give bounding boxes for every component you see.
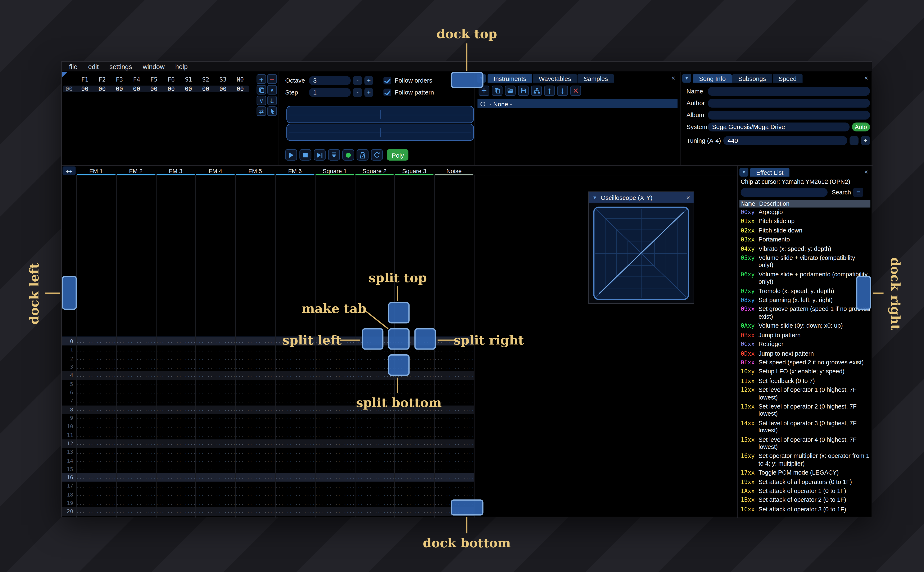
tab-effect-list[interactable]: Effect List [750,168,790,177]
pattern-cell[interactable]: ... .. .. .... [434,347,474,353]
pattern-cell[interactable]: ... .. .. .... [394,492,434,497]
effect-row[interactable]: 02xxPitch slide down [739,227,872,236]
effect-row[interactable]: 0DxxJump to next pattern [739,349,872,359]
pattern-cell[interactable]: ... .. .. .... [195,466,235,472]
octave-increase-button[interactable]: + [364,76,373,85]
pattern-cell[interactable]: ... .. .. .... [156,356,195,361]
pattern-cell[interactable]: ... .. .. .... [315,483,355,489]
menu-item-edit[interactable]: edit [83,63,104,70]
pattern-cell[interactable]: ... .. .. .... [156,449,195,455]
pattern-cell[interactable]: ... .. .. .... [394,441,434,446]
effect-row[interactable]: 09xxSet groove pattern (speed 1 if no gr… [739,305,872,322]
instrument-list-item[interactable]: - None - [477,99,678,108]
pattern-cell[interactable]: ... .. .. .... [355,390,394,395]
follow-orders-checkbox[interactable] [383,76,391,84]
pattern-cell[interactable]: ... .. .. .... [394,424,434,429]
dock-target-bottom[interactable] [451,499,483,516]
pattern-cell[interactable]: ... .. .. .... [394,390,434,395]
pattern-cell[interactable]: ... .. .. .... [195,492,235,497]
effect-row[interactable]: 0CxxRetrigger [739,340,872,349]
repeat-pattern-button[interactable] [371,149,383,160]
pattern-cell[interactable]: ... .. .. .... [195,381,235,387]
poly-button[interactable]: Poly [387,149,409,160]
pattern-cell[interactable]: ... .. .. .... [195,500,235,506]
pattern-cell[interactable]: ... .. .. .... [76,356,116,361]
pattern-cell[interactable]: ... .. .. .... [235,373,275,378]
pattern-cell[interactable]: ... .. .. .... [235,398,275,404]
pattern-cell[interactable]: ... .. .. .... [235,407,275,412]
pattern-cell[interactable]: ... .. .. .... [355,466,394,472]
pattern-cell[interactable]: ... .. .. .... [156,407,195,412]
delete-instrument-button[interactable]: × [570,86,581,96]
pattern-cell[interactable]: ... .. .. .... [315,475,355,480]
channel-header-fm-4[interactable]: FM 4 [195,166,235,176]
pattern-cell[interactable]: ... .. .. .... [76,381,116,387]
play-pattern-button[interactable] [314,149,326,160]
move-instrument-up-button[interactable]: ↑ [544,86,555,96]
octave-decrease-button[interactable]: - [353,76,362,85]
pattern-cell[interactable]: ... .. .. .... [275,458,315,463]
effect-row[interactable]: 1AxxSet attack of operator 1 (0 to 1F) [739,487,872,496]
pattern-cell[interactable]: ... .. .. .... [275,466,315,472]
system-input[interactable]: Sega Genesis/Mega Drive [708,122,849,131]
effect-row[interactable]: 10xySetup LFO (x: enable; y: speed) [739,368,872,377]
dock-target-right[interactable] [856,276,871,310]
pattern-cell[interactable]: ... .. .. .... [275,483,315,489]
order-cell[interactable]: 00 [232,86,249,92]
pattern-cell[interactable]: ... .. .. .... [355,518,394,518]
effect-row[interactable]: 17xxToggle PCM mode (LEGACY) [739,469,872,478]
pattern-cell[interactable]: ... .. .. .... [315,347,355,353]
oscilloscope-window-titlebar[interactable]: ▼ Oscilloscope (X-Y) × [589,192,693,203]
pattern-cell[interactable]: ... .. .. .... [156,373,195,378]
step-decrease-button[interactable]: - [353,88,362,97]
pattern-cell[interactable]: ... .. .. .... [235,500,275,506]
effect-row[interactable]: 0BxxJump to pattern [739,331,872,340]
menu-item-help[interactable]: help [170,63,193,70]
effect-search-input[interactable] [741,188,827,197]
pattern-cell[interactable]: ... .. .. .... [315,364,355,370]
pattern-cell[interactable]: ... .. .. .... [116,518,156,518]
pattern-cell[interactable]: ... .. .. .... [315,509,355,514]
pattern-cell[interactable]: ... .. .. .... [275,500,315,506]
pattern-cell[interactable]: ... .. .. .... [315,373,355,378]
name-input[interactable] [708,87,870,96]
pattern-cell[interactable]: ... .. .. .... [275,518,315,518]
pattern-cell[interactable]: ... .. .. .... [315,518,355,518]
pattern-cell[interactable]: ... .. .. .... [156,347,195,353]
pattern-cell[interactable]: ... .. .. .... [116,441,156,446]
effect-row[interactable]: 06xyVolume slide + portamento (compatibi… [739,270,872,287]
effect-row[interactable]: 16xySet operator multiplier (x: operator… [739,452,872,469]
tab-instruments[interactable]: Instruments [488,74,532,83]
pattern-cell[interactable]: ... .. .. .... [116,356,156,361]
pattern-cell[interactable]: ... .. .. .... [355,483,394,489]
split-target-top[interactable] [388,302,410,323]
pattern-cell[interactable]: ... .. .. .... [434,373,474,378]
pattern-cell[interactable]: ... .. .. .... [116,466,156,472]
pattern-cell[interactable]: ... .. .. .... [394,500,434,506]
pattern-cell[interactable]: ... .. .. .... [195,398,235,404]
pattern-cell[interactable]: ... .. .. .... [76,458,116,463]
close-icon[interactable]: × [686,194,690,201]
pattern-cell[interactable]: ... .. .. .... [275,509,315,514]
channel-header-square-1[interactable]: Square 1 [315,166,355,176]
pattern-cell[interactable]: ... .. .. .... [195,339,235,344]
effect-row[interactable]: 14xxSet level of operator 3 (0 highest, … [739,419,872,435]
effect-row[interactable]: 00xyArpeggio [739,208,872,217]
menu-item-settings[interactable]: settings [104,63,137,70]
step-one-row-button[interactable] [328,149,340,160]
make-tab-target[interactable] [388,328,410,350]
pattern-cell[interactable]: ... .. .. .... [195,347,235,353]
split-target-bottom[interactable] [388,354,410,376]
pattern-cell[interactable]: ... .. .. .... [355,500,394,506]
pattern-cell[interactable]: ... .. .. .... [76,518,116,518]
pattern-cell[interactable]: ... .. .. .... [116,483,156,489]
pattern-cell[interactable]: ... .. .. .... [76,415,116,421]
pattern-cell[interactable]: ... .. .. .... [195,364,235,370]
pattern-cell[interactable]: ... .. .. .... [116,475,156,480]
pattern-cell[interactable]: ... .. .. .... [275,381,315,387]
add-order-button[interactable]: + [257,75,266,84]
stop-button[interactable] [299,149,312,160]
channel-header-square-2[interactable]: Square 2 [355,166,394,176]
pattern-cell[interactable]: ... .. .. .... [116,432,156,438]
octave-input[interactable]: 3 [309,76,351,85]
